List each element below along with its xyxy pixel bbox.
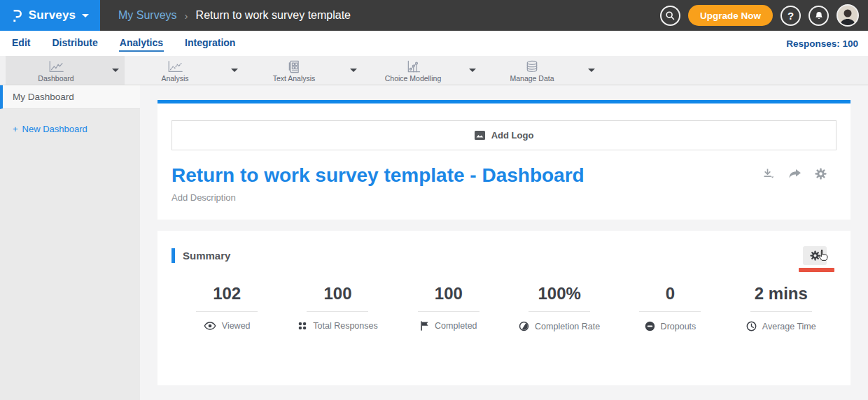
sidebar-item-my-dashboard[interactable]: My Dashboard [0, 85, 140, 109]
toolbar-item-choice-modelling: Choice Modelling [363, 56, 482, 85]
title-actions [762, 164, 836, 180]
stat-divider [639, 311, 701, 312]
new-dashboard-button[interactable]: + New Dashboard [13, 124, 140, 134]
pie-icon [519, 321, 529, 331]
summary-settings-wrap [803, 246, 827, 265]
flag-icon [420, 321, 429, 331]
title-row: Return to work survey template - Dashboa… [172, 164, 836, 187]
dashboard-main: Add Logo Return to work survey template … [140, 85, 868, 400]
stat-label: Completed [435, 321, 477, 331]
stat-value: 2 mins [726, 284, 836, 303]
help-icon: ? [788, 10, 794, 22]
tab-edit[interactable]: Edit [11, 35, 31, 52]
eye-icon [204, 322, 216, 330]
stat-total-responses: 100 Total Responses [282, 284, 393, 331]
page-title[interactable]: Return to work survey template - Dashboa… [172, 164, 584, 187]
choice-modelling-button[interactable]: Choice Modelling [363, 58, 463, 83]
stat-dropouts: 0 Dropouts [615, 284, 725, 331]
stat-value: 100 [282, 284, 393, 303]
stat-average-time: 2 mins Average Time [726, 284, 836, 331]
stat-value: 100 [393, 284, 504, 303]
product-name: Surveys [29, 8, 76, 22]
stat-label: Dropouts [661, 322, 696, 331]
chevron-down-icon [350, 69, 357, 72]
stat-value: 102 [172, 284, 282, 303]
help-button[interactable]: ? [780, 6, 801, 26]
responses-count: Responses: 100 [786, 38, 868, 49]
share-icon [788, 169, 802, 179]
minus-circle-icon [645, 321, 655, 331]
summary-header: Summary [172, 246, 836, 265]
database-icon [525, 60, 539, 73]
stat-label-row: Average Time [726, 321, 836, 331]
stat-label: Completion Rate [535, 322, 600, 331]
stat-value: 100% [504, 284, 615, 303]
section-tabs: Edit Distribute Analytics Integration Re… [0, 31, 868, 56]
grid-dots-icon [298, 321, 307, 331]
product-switcher[interactable]: Surveys [0, 0, 100, 31]
chevron-down-icon [588, 69, 595, 72]
tab-analytics[interactable]: Analytics [119, 35, 164, 52]
stat-label: Total Responses [313, 321, 377, 331]
choice-modelling-menu-caret[interactable] [463, 69, 482, 72]
toolbar-item-label: Manage Data [510, 74, 554, 83]
plus-icon: + [13, 124, 18, 134]
toolbar-item-dashboard: Dashboard [6, 56, 125, 85]
breadcrumb: My Surveys › Return to work survey templ… [118, 9, 351, 22]
download-icon [762, 168, 775, 180]
dashboard-menu-caret[interactable] [106, 69, 125, 72]
text-analysis-button[interactable]: Text Analysis [244, 58, 344, 83]
header-actions: Upgrade Now ? [660, 4, 868, 27]
stat-label-row: Dropouts [615, 321, 725, 331]
avatar-photo [838, 6, 858, 25]
sidebar-item-label: My Dashboard [13, 92, 74, 102]
stat-divider [418, 311, 479, 312]
add-description[interactable]: Add Description [172, 192, 836, 203]
add-logo-button[interactable]: Add Logo [172, 120, 836, 150]
text-analysis-menu-caret[interactable] [344, 69, 363, 72]
line-chart-icon [48, 60, 64, 73]
settings-button[interactable] [815, 168, 827, 180]
manage-data-button[interactable]: Manage Data [482, 58, 582, 83]
share-button[interactable] [788, 169, 802, 179]
search-icon [665, 10, 676, 21]
summary-settings-button[interactable] [803, 246, 827, 265]
dashboard-button[interactable]: Dashboard [6, 58, 106, 83]
analysis-button[interactable]: Analysis [125, 58, 225, 83]
manage-data-menu-caret[interactable] [582, 69, 601, 72]
avatar[interactable] [836, 4, 859, 27]
image-icon [475, 131, 485, 140]
summary-stats: 102 Viewed 100 [172, 284, 836, 331]
breadcrumb-separator: › [185, 10, 188, 22]
chevron-down-icon [231, 69, 238, 72]
stat-label: Viewed [222, 321, 251, 331]
stat-divider [307, 311, 368, 312]
toolbar-item-text-analysis: Text Analysis [244, 56, 363, 85]
search-button[interactable] [660, 6, 680, 26]
toolbar-item-manage-data: Manage Data [482, 56, 601, 85]
breadcrumb-current: Return to work survey template [196, 9, 351, 22]
stat-completed: 100 Completed [393, 284, 504, 331]
breadcrumb-parent[interactable]: My Surveys [118, 9, 177, 22]
tab-distribute[interactable]: Distribute [51, 35, 98, 52]
toolbar-item-label: Text Analysis [273, 74, 316, 83]
toolbar-item-label: Dashboard [38, 74, 74, 83]
gear-icon [815, 168, 827, 180]
upgrade-now-button[interactable]: Upgrade Now [688, 5, 773, 26]
new-dashboard-label: New Dashboard [22, 124, 88, 134]
toolbar-item-analysis: Analysis [125, 56, 244, 85]
download-button[interactable] [762, 168, 775, 180]
stat-divider [528, 311, 590, 312]
chevron-down-icon [112, 69, 119, 72]
clock-icon [746, 321, 757, 331]
tab-integration[interactable]: Integration [184, 35, 236, 52]
stat-label-row: Total Responses [282, 321, 393, 331]
page-body: My Dashboard + New Dashboard Add Logo Re… [0, 85, 868, 400]
stat-label: Average Time [762, 322, 816, 331]
toolbar-item-label: Analysis [161, 74, 188, 83]
analysis-menu-caret[interactable] [225, 69, 244, 72]
dashboard-header-card: Add Logo Return to work survey template … [158, 100, 850, 220]
dashboard-sidebar: My Dashboard + New Dashboard [0, 85, 140, 400]
notifications-button[interactable] [808, 6, 829, 26]
stat-viewed: 102 Viewed [172, 284, 282, 331]
